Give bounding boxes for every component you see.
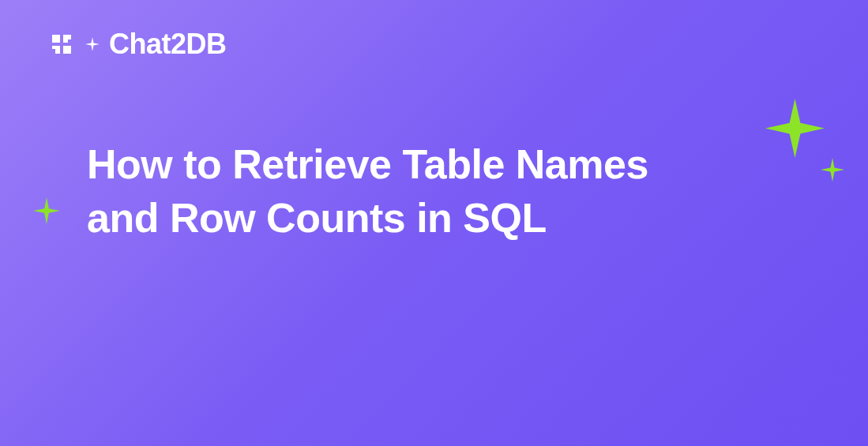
page-title: How to Retrieve Table Names and Row Coun… (87, 138, 710, 245)
brand-logo-icon (47, 30, 76, 58)
brand-header: Chat2DB (47, 28, 821, 61)
sparkle-decoration-right-large-icon (765, 99, 825, 158)
sparkle-decoration-right-small-icon (821, 158, 844, 182)
brand-name: Chat2DB (109, 28, 227, 61)
hero-banner: Chat2DB How to Retrieve Table Names and … (0, 0, 868, 446)
sparkle-icon (85, 37, 100, 51)
sparkle-decoration-left-icon (33, 197, 60, 224)
